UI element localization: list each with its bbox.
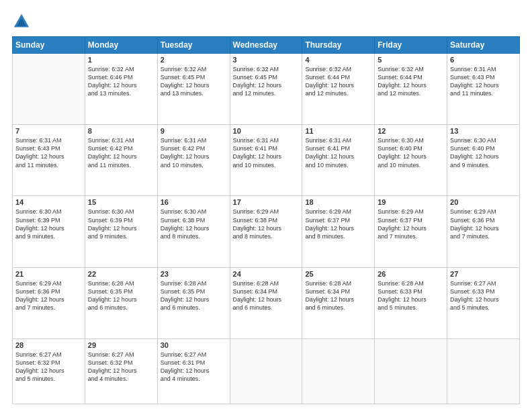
day-info: Sunrise: 6:30 AM Sunset: 6:39 PM Dayligh…: [15, 208, 82, 240]
day-info: Sunrise: 6:29 AM Sunset: 6:36 PM Dayligh…: [15, 279, 82, 312]
calendar-cell: 19Sunrise: 6:29 AM Sunset: 6:37 PM Dayli…: [375, 196, 447, 267]
calendar-cell: [375, 338, 447, 404]
calendar-cell: 16Sunrise: 6:30 AM Sunset: 6:38 PM Dayli…: [157, 196, 230, 267]
calendar-cell: 20Sunrise: 6:29 AM Sunset: 6:36 PM Dayli…: [447, 196, 520, 267]
logo: [12, 12, 34, 31]
day-info: Sunrise: 6:29 AM Sunset: 6:37 PM Dayligh…: [378, 208, 444, 240]
day-info: Sunrise: 6:31 AM Sunset: 6:42 PM Dayligh…: [88, 136, 154, 169]
week-row-3: 14Sunrise: 6:30 AM Sunset: 6:39 PM Dayli…: [13, 196, 520, 267]
day-number: 3: [233, 56, 300, 64]
calendar-cell: 13Sunrise: 6:30 AM Sunset: 6:40 PM Dayli…: [447, 125, 520, 196]
day-number: 12: [378, 127, 444, 135]
day-info: Sunrise: 6:30 AM Sunset: 6:38 PM Dayligh…: [161, 208, 227, 240]
day-info: Sunrise: 6:28 AM Sunset: 6:35 PM Dayligh…: [161, 279, 227, 312]
weekday-header-thursday: Thursday: [302, 37, 375, 54]
day-info: Sunrise: 6:27 AM Sunset: 6:31 PM Dayligh…: [161, 351, 227, 383]
week-row-5: 28Sunrise: 6:27 AM Sunset: 6:32 PM Dayli…: [13, 338, 520, 404]
calendar-cell: 25Sunrise: 6:28 AM Sunset: 6:34 PM Dayli…: [302, 267, 375, 338]
day-number: 18: [305, 198, 371, 206]
day-info: Sunrise: 6:30 AM Sunset: 6:40 PM Dayligh…: [378, 136, 444, 169]
weekday-header-saturday: Saturday: [447, 37, 520, 54]
weekday-header-friday: Friday: [375, 37, 447, 54]
day-number: 30: [161, 341, 227, 349]
calendar-cell: [447, 338, 520, 404]
calendar-cell: 11Sunrise: 6:31 AM Sunset: 6:41 PM Dayli…: [302, 125, 375, 196]
day-number: 8: [88, 127, 154, 135]
calendar-cell: 17Sunrise: 6:29 AM Sunset: 6:38 PM Dayli…: [230, 196, 302, 267]
day-info: Sunrise: 6:28 AM Sunset: 6:35 PM Dayligh…: [88, 279, 154, 312]
header: [12, 12, 520, 31]
day-number: 24: [233, 270, 300, 278]
calendar-cell: 24Sunrise: 6:28 AM Sunset: 6:34 PM Dayli…: [230, 267, 302, 338]
calendar-cell: 3Sunrise: 6:32 AM Sunset: 6:45 PM Daylig…: [230, 54, 302, 125]
day-number: 16: [161, 198, 227, 206]
weekday-header-tuesday: Tuesday: [157, 37, 230, 54]
day-number: 15: [88, 198, 154, 206]
day-number: 14: [15, 198, 82, 206]
calendar-cell: 21Sunrise: 6:29 AM Sunset: 6:36 PM Dayli…: [13, 267, 85, 338]
day-number: 27: [450, 270, 517, 278]
calendar-cell: 22Sunrise: 6:28 AM Sunset: 6:35 PM Dayli…: [85, 267, 157, 338]
calendar-cell: 8Sunrise: 6:31 AM Sunset: 6:42 PM Daylig…: [85, 125, 157, 196]
day-number: 17: [233, 198, 300, 206]
day-number: 9: [161, 127, 227, 135]
week-row-1: 1Sunrise: 6:32 AM Sunset: 6:46 PM Daylig…: [13, 54, 520, 125]
day-number: 23: [161, 270, 227, 278]
day-number: 26: [378, 270, 444, 278]
day-info: Sunrise: 6:28 AM Sunset: 6:34 PM Dayligh…: [305, 279, 371, 312]
day-number: 25: [305, 270, 371, 278]
day-number: 28: [15, 341, 82, 349]
calendar-cell: 23Sunrise: 6:28 AM Sunset: 6:35 PM Dayli…: [157, 267, 230, 338]
calendar-cell: 26Sunrise: 6:28 AM Sunset: 6:33 PM Dayli…: [375, 267, 447, 338]
day-info: Sunrise: 6:31 AM Sunset: 6:42 PM Dayligh…: [161, 136, 227, 169]
day-info: Sunrise: 6:32 AM Sunset: 6:45 PM Dayligh…: [233, 65, 300, 98]
calendar-cell: 6Sunrise: 6:31 AM Sunset: 6:43 PM Daylig…: [447, 54, 520, 125]
logo-icon: [12, 12, 31, 31]
day-number: 1: [88, 56, 154, 64]
day-info: Sunrise: 6:30 AM Sunset: 6:40 PM Dayligh…: [450, 136, 517, 169]
day-number: 13: [450, 127, 517, 135]
calendar-cell: [230, 338, 302, 404]
day-number: 10: [233, 127, 300, 135]
calendar-cell: 4Sunrise: 6:32 AM Sunset: 6:44 PM Daylig…: [302, 54, 375, 125]
weekday-header-row: SundayMondayTuesdayWednesdayThursdayFrid…: [13, 37, 520, 54]
day-info: Sunrise: 6:27 AM Sunset: 6:32 PM Dayligh…: [88, 351, 154, 383]
calendar-cell: 1Sunrise: 6:32 AM Sunset: 6:46 PM Daylig…: [85, 54, 157, 125]
calendar-cell: 15Sunrise: 6:30 AM Sunset: 6:39 PM Dayli…: [85, 196, 157, 267]
day-number: 6: [450, 56, 517, 64]
day-info: Sunrise: 6:27 AM Sunset: 6:33 PM Dayligh…: [450, 279, 517, 312]
calendar-cell: 30Sunrise: 6:27 AM Sunset: 6:31 PM Dayli…: [157, 338, 230, 404]
calendar-cell: 10Sunrise: 6:31 AM Sunset: 6:41 PM Dayli…: [230, 125, 302, 196]
day-number: 20: [450, 198, 517, 206]
day-number: 19: [378, 198, 444, 206]
week-row-2: 7Sunrise: 6:31 AM Sunset: 6:43 PM Daylig…: [13, 125, 520, 196]
day-number: 11: [305, 127, 371, 135]
calendar-cell: 9Sunrise: 6:31 AM Sunset: 6:42 PM Daylig…: [157, 125, 230, 196]
week-row-4: 21Sunrise: 6:29 AM Sunset: 6:36 PM Dayli…: [13, 267, 520, 338]
day-number: 5: [378, 56, 444, 64]
weekday-header-monday: Monday: [85, 37, 157, 54]
day-info: Sunrise: 6:29 AM Sunset: 6:36 PM Dayligh…: [450, 208, 517, 240]
day-number: 4: [305, 56, 371, 64]
day-info: Sunrise: 6:32 AM Sunset: 6:45 PM Dayligh…: [161, 65, 227, 98]
calendar-table: SundayMondayTuesdayWednesdayThursdayFrid…: [12, 36, 520, 404]
day-info: Sunrise: 6:28 AM Sunset: 6:34 PM Dayligh…: [233, 279, 300, 312]
day-info: Sunrise: 6:31 AM Sunset: 6:43 PM Dayligh…: [450, 65, 517, 98]
day-info: Sunrise: 6:31 AM Sunset: 6:41 PM Dayligh…: [305, 136, 371, 169]
day-info: Sunrise: 6:29 AM Sunset: 6:38 PM Dayligh…: [233, 208, 300, 240]
calendar-cell: 7Sunrise: 6:31 AM Sunset: 6:43 PM Daylig…: [13, 125, 85, 196]
day-info: Sunrise: 6:27 AM Sunset: 6:32 PM Dayligh…: [15, 351, 82, 383]
calendar-cell: 12Sunrise: 6:30 AM Sunset: 6:40 PM Dayli…: [375, 125, 447, 196]
calendar-cell: 18Sunrise: 6:29 AM Sunset: 6:37 PM Dayli…: [302, 196, 375, 267]
day-info: Sunrise: 6:32 AM Sunset: 6:44 PM Dayligh…: [378, 65, 444, 98]
weekday-header-wednesday: Wednesday: [230, 37, 302, 54]
calendar-cell: 29Sunrise: 6:27 AM Sunset: 6:32 PM Dayli…: [85, 338, 157, 404]
day-info: Sunrise: 6:32 AM Sunset: 6:46 PM Dayligh…: [88, 65, 154, 98]
weekday-header-sunday: Sunday: [13, 37, 85, 54]
calendar-cell: [13, 54, 85, 125]
day-info: Sunrise: 6:28 AM Sunset: 6:33 PM Dayligh…: [378, 279, 444, 312]
calendar-cell: 5Sunrise: 6:32 AM Sunset: 6:44 PM Daylig…: [375, 54, 447, 125]
day-number: 2: [161, 56, 227, 64]
day-number: 22: [88, 270, 154, 278]
calendar-cell: [302, 338, 375, 404]
